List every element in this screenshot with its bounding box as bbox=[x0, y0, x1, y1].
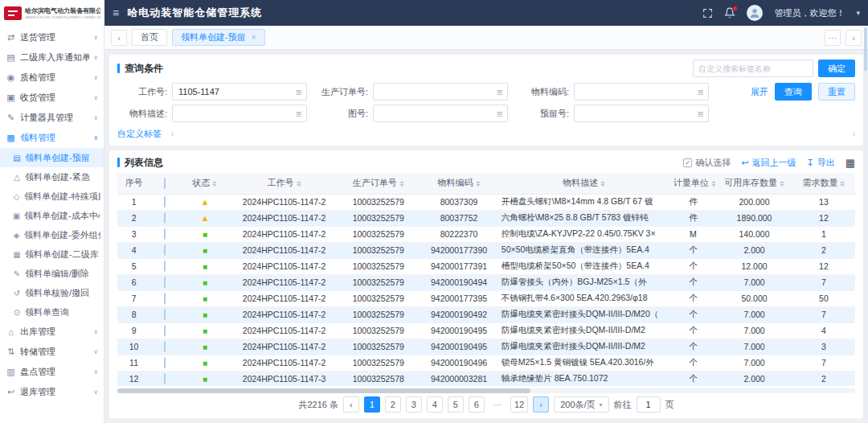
material-code-input[interactable]: ≣ bbox=[574, 83, 709, 101]
notification-bell-icon[interactable] bbox=[724, 7, 735, 18]
field-picker-icon[interactable]: ≣ bbox=[698, 88, 704, 97]
page-button-5[interactable]: 5 bbox=[448, 396, 464, 413]
tab-create-reserve[interactable]: 领料单创建-预留 × bbox=[172, 29, 265, 46]
table-row[interactable]: 1▲2024HPC1105-1147-21000325257980037309开… bbox=[117, 194, 855, 210]
expand-filters-link[interactable]: 展开 bbox=[751, 86, 768, 98]
sidebar-item-outbound[interactable]: ⌂出库管理∨ bbox=[0, 322, 104, 342]
sidebar-item-create-cost-center[interactable]: ▣领料单创建-成本中心 bbox=[0, 206, 104, 225]
sort-icon[interactable] bbox=[212, 181, 217, 187]
table-row[interactable]: 5■2024HPC1105-1147-210003252579942000177… bbox=[117, 258, 855, 274]
confirm-button[interactable]: 确定 bbox=[818, 60, 855, 77]
goto-page-input[interactable] bbox=[637, 396, 661, 413]
table-row[interactable]: 10■2024HPC1105-1147-21000325257994200019… bbox=[117, 339, 855, 355]
table-row[interactable]: 11■2024HPC1105-1147-21000325257994200019… bbox=[117, 355, 855, 371]
field-picker-icon[interactable]: ≣ bbox=[698, 109, 704, 118]
column-header-material_code[interactable]: 物料编码 bbox=[420, 173, 498, 194]
field-picker-icon[interactable]: ≣ bbox=[296, 88, 302, 97]
back-up-level-button[interactable]: ↩ 返回上一级 bbox=[741, 157, 796, 169]
row-checkbox[interactable] bbox=[164, 196, 166, 207]
sidebar-item-query[interactable]: ⊙领料单查询 bbox=[0, 302, 104, 322]
field-picker-icon[interactable]: ≣ bbox=[296, 109, 302, 118]
sidebar-item-delivery[interactable]: ⇄送货管理∨ bbox=[0, 27, 104, 47]
column-header-status[interactable]: 状态 bbox=[178, 173, 231, 194]
vertical-scrollbar-thumb[interactable] bbox=[864, 27, 867, 71]
sort-icon[interactable] bbox=[297, 181, 301, 187]
row-checkbox[interactable] bbox=[164, 357, 166, 368]
horizontal-scrollbar-thumb[interactable] bbox=[117, 388, 530, 393]
sidebar-item-material-requisition[interactable]: ▦领料管理∧ bbox=[0, 128, 104, 148]
sidebar-item-transfer[interactable]: ⇅转储管理∨ bbox=[0, 342, 104, 362]
sidebar-item-return[interactable]: ↩退库管理∨ bbox=[0, 382, 104, 402]
field-picker-icon[interactable]: ≣ bbox=[497, 109, 503, 118]
fullscreen-icon[interactable] bbox=[702, 8, 713, 18]
close-icon[interactable]: × bbox=[252, 33, 256, 42]
table-row[interactable]: 7■2024HPC1105-1147-210003252579942000177… bbox=[117, 290, 855, 306]
sort-icon[interactable] bbox=[476, 181, 481, 187]
page-button-4[interactable]: 4 bbox=[427, 396, 443, 413]
page-button-1[interactable]: 1 bbox=[364, 396, 380, 413]
sidebar-item-verify-revoke[interactable]: ↺领料单核验/撤回 bbox=[0, 283, 104, 302]
confirm-select-button[interactable]: ✓ 确认选择 bbox=[683, 157, 731, 169]
column-header-material_desc[interactable]: 物料描述 bbox=[498, 173, 670, 194]
next-page-button[interactable]: › bbox=[533, 396, 549, 413]
table-row[interactable]: 8■2024HPC1105-1147-210003252579942000190… bbox=[117, 306, 855, 322]
row-checkbox[interactable] bbox=[164, 261, 166, 272]
page-button-12[interactable]: 12 bbox=[510, 396, 528, 413]
tabs-scroll-right-icon[interactable]: › bbox=[845, 30, 862, 46]
custom-tags-link[interactable]: 自定义标签 bbox=[117, 128, 162, 140]
sidebar-item-secondary-inbound-notice[interactable]: ▤二级库入库通知单∨ bbox=[0, 47, 104, 68]
sidebar-item-edit-delete[interactable]: ✎领料单编辑/删除 bbox=[0, 264, 104, 283]
column-header-stock_qty[interactable]: 可用库存数量 bbox=[716, 173, 792, 194]
table-row[interactable]: 9■2024HPC1105-1147-210003252579942000190… bbox=[117, 322, 855, 339]
chevron-down-icon[interactable]: ▾ bbox=[856, 9, 860, 17]
drawing-no-input[interactable]: ≣ bbox=[373, 105, 508, 122]
sort-icon[interactable] bbox=[399, 181, 404, 187]
field-picker-icon[interactable]: ≣ bbox=[497, 88, 503, 97]
page-button-6[interactable]: 6 bbox=[469, 396, 485, 413]
row-checkbox[interactable] bbox=[164, 325, 166, 336]
sidebar-item-create-reserve[interactable]: ▤领料单创建-预留 bbox=[0, 148, 104, 167]
row-checkbox[interactable] bbox=[164, 277, 166, 288]
sort-icon[interactable] bbox=[780, 181, 784, 187]
table-row[interactable]: 2▲2024HPC1105-1147-21000325257980037752六… bbox=[117, 210, 855, 226]
tabs-more-icon[interactable]: ··· bbox=[825, 30, 841, 46]
work-no-input[interactable]: 1105-1147 ≣ bbox=[172, 83, 307, 101]
production-order-no-input[interactable]: ≣ bbox=[373, 83, 508, 101]
sidebar-item-create-urgent[interactable]: △领料单创建-紧急 bbox=[0, 167, 104, 187]
tabs-scroll-left-icon[interactable]: ‹ bbox=[111, 30, 127, 46]
page-button-3[interactable]: 3 bbox=[406, 396, 422, 413]
reset-button[interactable]: 重置 bbox=[818, 83, 855, 101]
table-row[interactable]: 3■2024HPC1105-1147-21000325257980222370控… bbox=[117, 226, 855, 242]
column-header-work_no[interactable]: 工作号 bbox=[231, 173, 338, 194]
custom-tag-name-input[interactable] bbox=[693, 60, 813, 77]
row-checkbox[interactable] bbox=[164, 244, 166, 256]
sidebar-item-quality[interactable]: ◉质检管理∨ bbox=[0, 68, 104, 88]
row-checkbox[interactable] bbox=[164, 293, 166, 304]
sort-icon[interactable] bbox=[711, 181, 716, 187]
reserve-no-input[interactable]: ≣ bbox=[574, 105, 709, 122]
row-checkbox[interactable] bbox=[164, 212, 166, 224]
sidebar-item-receiving[interactable]: ▣收货管理∨ bbox=[0, 88, 104, 108]
row-checkbox[interactable] bbox=[164, 228, 166, 240]
column-header-order_no[interactable]: 生产订单号 bbox=[337, 173, 420, 194]
material-desc-input[interactable]: ≣ bbox=[172, 105, 307, 122]
sidebar-item-create-special[interactable]: ◇领料单创建-特殊项目 bbox=[0, 187, 104, 206]
table-row[interactable]: 6■2024HPC1105-1147-210003252579942000190… bbox=[117, 274, 855, 290]
row-checkbox[interactable] bbox=[164, 373, 166, 384]
export-button[interactable]: ↧ 导出 bbox=[806, 157, 834, 169]
page-button-2[interactable]: 2 bbox=[385, 396, 401, 413]
column-header-unit[interactable]: 计量单位 bbox=[670, 173, 717, 194]
table-row[interactable]: 12■2024HPC1105-1147-31000325257894200000… bbox=[117, 371, 855, 386]
user-avatar[interactable] bbox=[747, 5, 763, 21]
prev-page-button[interactable]: ‹ bbox=[343, 396, 359, 413]
tab-home[interactable]: 首页 bbox=[132, 29, 167, 46]
sidebar-item-create-outsource[interactable]: ◈领料单创建-委外组件 bbox=[0, 225, 104, 244]
sort-icon[interactable] bbox=[840, 181, 845, 187]
sidebar-item-measuring-tools[interactable]: ✎计量器具管理∨ bbox=[0, 108, 104, 128]
search-button[interactable]: 查询 bbox=[775, 83, 812, 101]
sort-icon[interactable] bbox=[600, 181, 605, 187]
tags-scroll-left-icon[interactable]: ‹ bbox=[171, 129, 174, 138]
select-all-checkbox[interactable] bbox=[164, 178, 166, 189]
row-checkbox[interactable] bbox=[164, 309, 166, 320]
sidebar-collapse-icon[interactable]: ≡ bbox=[113, 6, 119, 19]
